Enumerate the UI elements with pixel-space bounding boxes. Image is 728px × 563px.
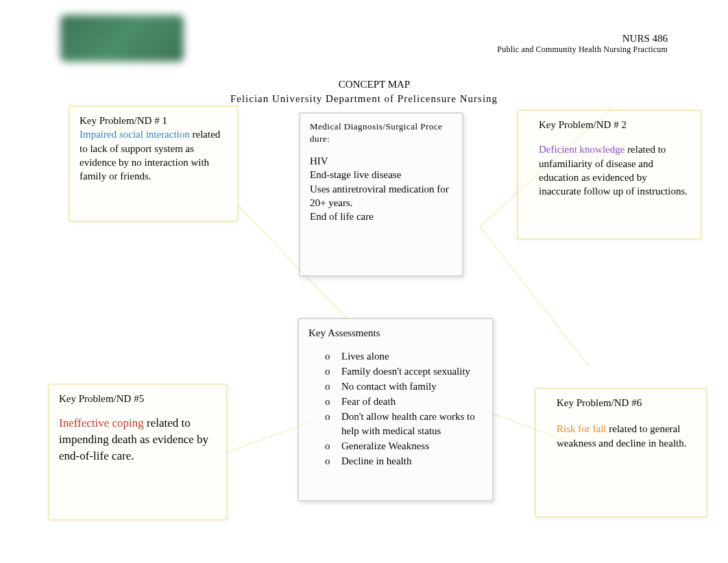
- nd1-label: Key Problem/ND # 1: [80, 114, 228, 127]
- connector-line: [479, 226, 590, 367]
- university-logo: [60, 15, 184, 62]
- nd6-box: Key Problem/ND #6 Risk for fall related …: [535, 388, 707, 518]
- header-right: NURS 486 Public and Community Health Nur…: [497, 33, 668, 55]
- title-line2: Felician University Department of Prelic…: [0, 93, 728, 105]
- ka-item: Fear of death: [325, 395, 483, 409]
- nd6-highlight: Risk for fall: [557, 423, 607, 434]
- title-block: CONCEPT MAP Felician University Departme…: [0, 79, 728, 105]
- nd2-box: Key Problem/ND # 2 Deficient knowledge r…: [517, 110, 702, 240]
- med-body: HIV End-stage live disease Uses antiretr…: [310, 154, 452, 223]
- nd6-text: Risk for fall related to general weaknes…: [557, 422, 696, 450]
- nd6-label: Key Problem/ND #6: [557, 396, 696, 410]
- ka-item: No contact with family: [325, 379, 483, 394]
- ka-item: Decline in health: [325, 454, 483, 468]
- med-line1: HIV: [310, 154, 452, 168]
- med-line4: End of life care: [310, 210, 452, 223]
- nd5-box: Key Problem/ND #5 Ineffective coping rel…: [48, 384, 228, 521]
- ka-item: Generalize Weakness: [325, 439, 483, 453]
- course-code: NURS 486: [497, 33, 668, 45]
- nd2-label: Key Problem/ND # 2: [539, 118, 691, 132]
- ka-label: Key Assessments: [308, 326, 483, 340]
- med-line3: Uses antiretroviral medication for 20+ y…: [310, 182, 452, 210]
- title-line1: CONCEPT MAP: [21, 79, 728, 90]
- nd5-label: Key Problem/ND #5: [59, 392, 217, 405]
- ka-item: Don't allow health care works to help wi…: [325, 410, 483, 438]
- medical-diagnosis-box: Medical Diagnosis/Surgical Proce dure: H…: [299, 112, 463, 277]
- nd5-text: Ineffective coping related to impending …: [59, 415, 217, 464]
- med-label: Medical Diagnosis/Surgical Proce dure:: [310, 121, 452, 145]
- nd5-highlight: Ineffective coping: [59, 416, 144, 429]
- med-line2: End-stage live disease: [310, 168, 452, 182]
- nd2-highlight: Deficient knowledge: [539, 144, 624, 155]
- ka-item: Family doesn't accept sexuality: [325, 364, 483, 379]
- course-name: Public and Community Health Nursing Prac…: [497, 45, 668, 55]
- nd2-text: Deficient knowledge related to unfamilia…: [539, 142, 691, 198]
- nd1-highlight: Impaired social interaction: [80, 129, 190, 140]
- nd1-text: Impaired social interaction related to l…: [80, 127, 228, 183]
- ka-item: Lives alone: [325, 349, 483, 364]
- key-assessments-box: Key Assessments Lives alone Family doesn…: [298, 318, 494, 501]
- ka-list: Lives alone Family doesn't accept sexual…: [308, 349, 483, 468]
- nd1-box: Key Problem/ND # 1 Impaired social inter…: [69, 105, 239, 222]
